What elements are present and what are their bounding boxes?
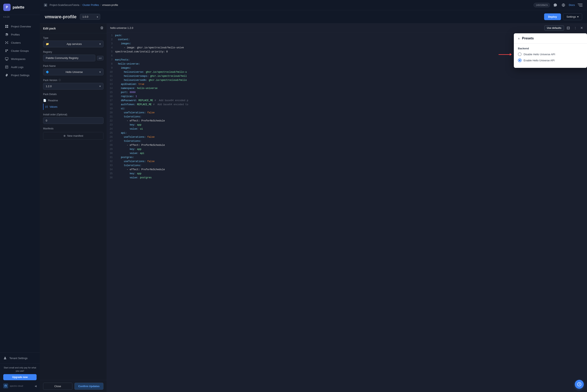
line-content: manifests: [115, 58, 294, 62]
sidebar-item-workspaces[interactable]: Workspaces [2, 55, 38, 63]
line-number: 24 [107, 128, 115, 132]
line-content: useTolerations: false [115, 160, 294, 164]
line-content: key: app [115, 124, 294, 128]
code-line: 10 hellouniverse: ghcr.io/spectrocloud/h… [107, 71, 294, 75]
code-editor[interactable]: 1pack:2 content:3 images:4 - image: ghcr… [107, 32, 294, 196]
delete-icon[interactable] [100, 26, 104, 30]
pack-name-select[interactable]: 🔷 Hello Universe ▾ [43, 69, 104, 75]
audit-icon [5, 65, 9, 69]
settings-icon [5, 73, 9, 77]
manifests-section: Manifests ⊕ New manifest [43, 127, 104, 140]
line-content: images: [115, 66, 294, 71]
pack-version-info-icon: ⓘ [59, 78, 61, 82]
type-field-group: Type 📁 App services ▾ [43, 36, 104, 47]
svg-rect-13 [6, 51, 7, 52]
line-number: 28 [107, 144, 115, 148]
code-line: 23 key: app [107, 124, 294, 128]
pack-version-select[interactable]: 1.2.0 ▾ [43, 83, 104, 90]
code-line: 21 tolerations: [107, 115, 294, 120]
edit-pack-body: Type 📁 App services ▾ Registry Palette C… [40, 33, 107, 196]
code-line: 17 dbPassword: REPLACE_ME # Add base64 e… [107, 99, 294, 103]
app-version: 4.4.20 [0, 15, 40, 20]
manifests-title: Manifests [43, 127, 104, 130]
line-content: content: [115, 38, 294, 42]
svg-rect-12 [7, 50, 8, 50]
code-line: 20 useTolerations: false [107, 111, 294, 115]
line-number: 26 [107, 136, 115, 140]
grid-icon [5, 24, 9, 28]
line-content: pack: [115, 34, 294, 38]
sidebar-item-audit-logs[interactable]: Audit Logs [2, 63, 38, 71]
sidebar-item-project-overview[interactable]: Project Overview [2, 22, 38, 30]
sidebar: P palette 4.4.20 Project Overview Profil… [0, 0, 40, 196]
install-order-label: Install order (Optional) [43, 113, 104, 116]
app-name: palette [13, 5, 25, 10]
breadcrumb-cluster-profiles[interactable]: Cluster Profiles [83, 4, 99, 6]
sidebar-item-profiles[interactable]: Profiles [2, 31, 38, 38]
line-number: 30 [107, 152, 115, 156]
code-line: 15 port: 8080 [107, 91, 294, 95]
svg-rect-0 [5, 25, 7, 26]
workspace-icon [5, 57, 9, 61]
readme-item[interactable]: 📄 Readme [43, 97, 104, 104]
install-order-field-group: Install order (Optional) [43, 113, 104, 124]
code-line: 25 api: [107, 132, 294, 136]
svg-line-10 [7, 42, 8, 43]
registry-badge: oci [97, 56, 104, 60]
edit-pack-title: Edit pack [43, 27, 56, 30]
code-line: 1pack: [107, 34, 294, 38]
line-number: 10 [107, 71, 115, 75]
breadcrumb-project-icon: ▣ [44, 4, 47, 7]
line-number: 14 [107, 87, 115, 91]
nav-label-audit-logs: Audit Logs [11, 66, 23, 69]
code-line: 27 tolerations: [107, 140, 294, 144]
version-select[interactable]: 1.0.0 [80, 14, 100, 20]
code-line: 24 value: ui [107, 128, 294, 132]
values-label: Values [50, 105, 58, 108]
code-line: 14 namespace: hello-universe [107, 87, 294, 91]
line-number: 11 [107, 75, 115, 79]
code-line: 4 - image: ghcr.io/spectrocloud/hello-un… [107, 46, 294, 50]
line-number: 22 [107, 120, 115, 124]
sidebar-item-project-settings[interactable]: Project Settings [2, 71, 38, 79]
type-value: App services [67, 42, 82, 46]
sidebar-item-clusters[interactable]: Clusters [2, 39, 38, 46]
line-content: replicas: 1 [115, 95, 294, 99]
line-number: 19 [107, 107, 115, 111]
code-line: 5spectrocloud.com/install-priority: 0 [107, 50, 294, 54]
new-manifest-button[interactable]: ⊕ New manifest [43, 132, 104, 140]
svg-point-8 [7, 43, 8, 44]
line-content: port: 8080 [115, 91, 294, 95]
line-content: - image: ghcr.io/spectrocloud/hello-univ… [115, 46, 294, 50]
values-item[interactable]: ⟨/⟩ Values [43, 104, 104, 110]
pack-version-label: Pack Version ⓘ [43, 78, 104, 82]
nav-label-profiles: Profiles [11, 33, 20, 36]
nav-label-project-overview: Project Overview [11, 25, 31, 28]
registry-value[interactable]: Palette Community Registry [43, 55, 95, 61]
breadcrumb-sep-1: / [81, 4, 81, 6]
svg-rect-1 [7, 25, 8, 26]
sidebar-item-cluster-groups[interactable]: Cluster Groups [2, 47, 38, 55]
code-line: 36 value: postgres [107, 176, 294, 180]
main-content: vmware-profile 1.0.0 Deploy Settings ▾ E… [40, 10, 294, 196]
line-content: namespace: hello-universe [115, 87, 294, 91]
line-content: key: app [115, 172, 294, 176]
line-number: 29 [107, 148, 115, 152]
install-order-input[interactable] [43, 117, 104, 124]
line-number: 15 [107, 91, 115, 95]
pack-name-label: Pack Name [43, 64, 104, 68]
version-selector-wrapper: 1.0.0 [80, 14, 100, 20]
registry-field-group: Registry Palette Community Registry oci [43, 50, 104, 61]
type-select[interactable]: 📁 App services ▾ [43, 40, 104, 47]
palette-logo-icon: P [3, 4, 11, 11]
line-number: 13 [107, 83, 115, 87]
readme-icon: 📄 [43, 99, 46, 102]
line-number: 6 [107, 54, 115, 58]
line-content: tolerations: [115, 140, 294, 144]
breadcrumb-project[interactable]: Project-ScaleSecureTutoria [50, 4, 79, 6]
breadcrumb-current: vmware-profile [102, 4, 118, 6]
svg-rect-3 [7, 26, 8, 28]
code-editor-panel: hello-universe 1.2.0 Use defaults ⋮ ✕ 1p… [107, 24, 294, 196]
line-content [115, 54, 294, 58]
line-number: 36 [107, 176, 115, 180]
